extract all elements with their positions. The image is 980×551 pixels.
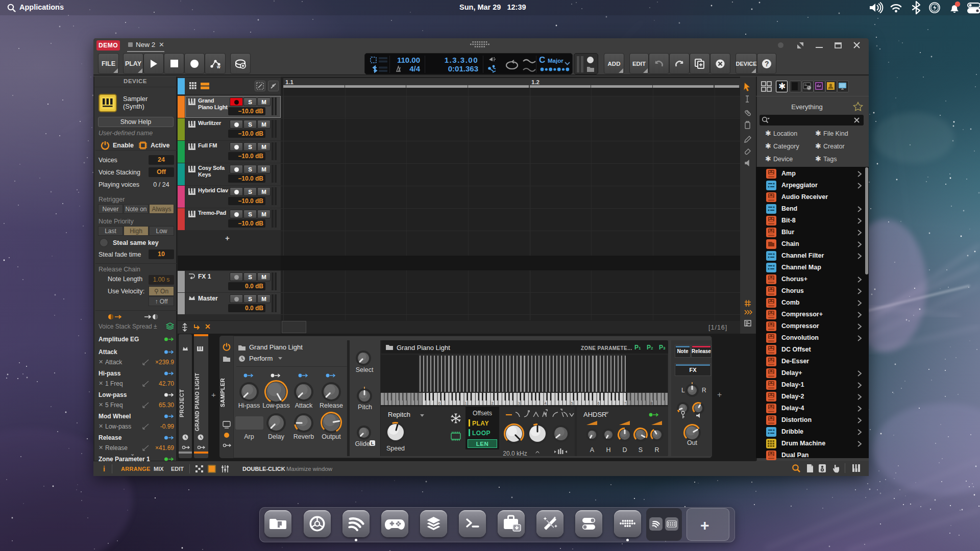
- svg-text:Speed: Speed: [386, 445, 405, 452]
- svg-text:Output: Output: [322, 433, 341, 440]
- svg-text:7: 7: [624, 402, 626, 405]
- svg-text:4: 4: [545, 402, 547, 405]
- svg-text:Out: Out: [687, 439, 698, 446]
- svg-text:3: 3: [518, 402, 520, 405]
- svg-text:A: A: [590, 446, 595, 454]
- svg-text:W: W: [217, 65, 220, 69]
- svg-text:Hi-pass: Hi-pass: [238, 402, 260, 409]
- svg-text:8: 8: [651, 402, 653, 405]
- svg-text:6: 6: [598, 402, 600, 405]
- svg-text:2: 2: [492, 402, 494, 405]
- svg-text:20.0 kHz: 20.0 kHz: [503, 450, 527, 456]
- svg-text:R: R: [702, 387, 706, 394]
- svg-text:L: L: [681, 387, 685, 394]
- svg-text:Attack: Attack: [295, 402, 313, 409]
- svg-text:Reverb: Reverb: [293, 433, 314, 440]
- svg-text:Arp: Arp: [244, 433, 254, 440]
- svg-text:H: H: [606, 446, 610, 454]
- svg-text:Pitch: Pitch: [358, 404, 372, 411]
- svg-text:0: 0: [438, 402, 440, 405]
- svg-text:Release: Release: [320, 402, 343, 409]
- svg-text:R: R: [654, 446, 659, 454]
- svg-text:5: 5: [571, 402, 573, 405]
- svg-text:L: L: [371, 441, 374, 446]
- svg-text:AHDSR: AHDSR: [583, 411, 607, 418]
- svg-text:Delay: Delay: [268, 433, 285, 440]
- svg-text:1: 1: [465, 402, 467, 405]
- svg-text:?: ?: [765, 60, 769, 68]
- svg-text:Glide: Glide: [355, 440, 370, 447]
- svg-text:Low-pass: Low-pass: [262, 402, 290, 409]
- svg-text:✱: ✱: [778, 82, 786, 91]
- svg-text:S: S: [639, 446, 643, 454]
- svg-text:D: D: [622, 446, 627, 454]
- svg-text:Select: Select: [356, 366, 374, 373]
